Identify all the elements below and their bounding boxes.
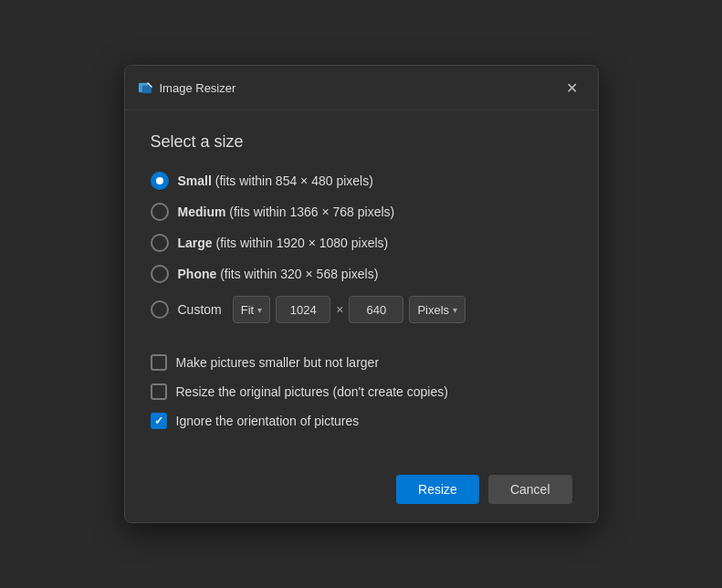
- section-title: Select a size: [151, 132, 572, 152]
- title-bar: Image Resizer ✕: [125, 66, 598, 110]
- size-options-list: Small (fits within 854 × 480 pixels) Med…: [151, 172, 572, 323]
- dialog-body: Select a size Small (fits within 854 × 4…: [125, 110, 598, 475]
- radio-label-small: Small (fits within 854 × 480 pixels): [178, 173, 373, 188]
- image-resizer-dialog: Image Resizer ✕ Select a size Small (fit…: [124, 65, 599, 523]
- close-button[interactable]: ✕: [560, 75, 585, 100]
- radio-large[interactable]: [151, 234, 169, 252]
- radio-row-custom: Custom Fit ▾ × Pixels ▾: [151, 296, 572, 323]
- checkbox-label-smaller: Make pictures smaller but not larger: [176, 355, 380, 370]
- dialog-footer: Resize Cancel: [125, 475, 598, 522]
- radio-label-medium: Medium (fits within 1366 × 768 pixels): [178, 205, 395, 219]
- checkbox-orientation[interactable]: [151, 413, 167, 429]
- checkbox-section: Make pictures smaller but not larger Res…: [151, 349, 572, 429]
- checkbox-label-orientation: Ignore the orientation of pictures: [176, 414, 360, 428]
- checkbox-label-original: Resize the original pictures (don't crea…: [176, 384, 448, 399]
- checkbox-original[interactable]: [151, 383, 167, 400]
- radio-phone[interactable]: [151, 265, 169, 283]
- radio-small[interactable]: [151, 172, 169, 190]
- radio-custom[interactable]: [151, 300, 169, 319]
- checkbox-smaller[interactable]: [151, 354, 167, 371]
- dialog-title: Image Resizer: [160, 81, 552, 95]
- fit-dropdown[interactable]: Fit ▾: [233, 296, 270, 323]
- radio-label-phone: Phone (fits within 320 × 568 pixels): [178, 267, 379, 281]
- radio-medium[interactable]: [151, 203, 169, 221]
- app-icon: [138, 80, 152, 95]
- cancel-button[interactable]: Cancel: [488, 475, 572, 504]
- fit-dropdown-chevron: ▾: [257, 305, 262, 315]
- radio-row-large[interactable]: Large (fits within 1920 × 1080 pixels): [151, 234, 572, 252]
- custom-width-input[interactable]: [276, 296, 330, 323]
- checkbox-row-original[interactable]: Resize the original pictures (don't crea…: [151, 383, 572, 400]
- custom-height-input[interactable]: [349, 296, 403, 323]
- radio-label-large: Large (fits within 1920 × 1080 pixels): [178, 236, 389, 250]
- checkbox-row-smaller[interactable]: Make pictures smaller but not larger: [151, 354, 572, 371]
- svg-rect-1: [142, 86, 152, 93]
- checkbox-row-orientation[interactable]: Ignore the orientation of pictures: [151, 413, 572, 429]
- radio-row-phone[interactable]: Phone (fits within 320 × 568 pixels): [151, 265, 572, 283]
- unit-dropdown[interactable]: Pixels ▾: [409, 296, 466, 323]
- custom-controls: Fit ▾ × Pixels ▾: [233, 296, 466, 323]
- radio-row-small[interactable]: Small (fits within 854 × 480 pixels): [151, 172, 572, 190]
- x-separator: ×: [336, 302, 343, 317]
- unit-dropdown-chevron: ▾: [453, 305, 457, 315]
- radio-row-medium[interactable]: Medium (fits within 1366 × 768 pixels): [151, 203, 572, 221]
- resize-button[interactable]: Resize: [396, 475, 479, 504]
- radio-label-custom: Custom: [178, 302, 222, 317]
